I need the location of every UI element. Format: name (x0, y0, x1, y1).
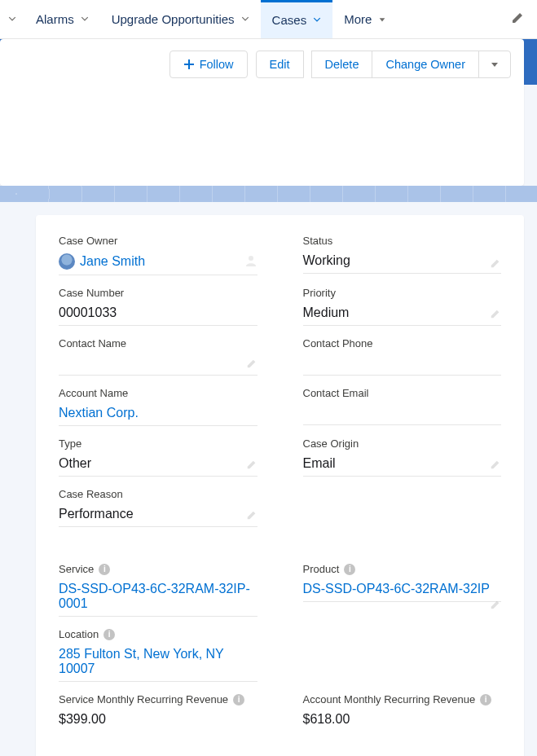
field: Servicei DS-SSD-OP43-6C-32RAM-32IP-0001 (59, 563, 257, 617)
field-value: Nextian Corp. (59, 402, 257, 426)
field-value-text[interactable]: 285 Fulton St, New York, NY 10007 (59, 647, 257, 676)
field: Case Reason Performance (59, 488, 257, 527)
edit-nav-button[interactable] (498, 11, 537, 28)
detail-panel: Case Owner Jane Smith Status Working Cas… (36, 215, 524, 756)
nav-label: Upgrade Opportunities (112, 12, 235, 26)
field-label: Case Origin (303, 437, 502, 450)
info-icon[interactable]: i (344, 564, 355, 575)
nav-tab-alarms[interactable]: Alarms (24, 0, 100, 38)
field: Account Name Nextian Corp. (59, 387, 257, 426)
field-label: Status (303, 235, 502, 247)
chevron-down-icon (81, 15, 89, 24)
field-value: Email (303, 453, 502, 477)
chevron-down-icon (241, 15, 249, 24)
field-value-text[interactable]: DS-SSD-OP43-6C-32RAM-32IP-0001 (59, 582, 257, 611)
chevron-down-icon (8, 15, 16, 24)
button-label: Edit (270, 58, 290, 71)
nav-label: Alarms (36, 12, 74, 26)
field-value (303, 402, 502, 425)
field-label: Account Name (59, 387, 257, 399)
info-icon[interactable]: i (99, 564, 110, 575)
field-value: Performance (59, 503, 257, 527)
field-value: $618.00 (303, 709, 502, 732)
field-value: Other (59, 453, 257, 477)
change-owner-button[interactable]: Change Owner (372, 51, 479, 78)
field-value: Working (303, 250, 502, 274)
field-value: $399.00 (59, 709, 257, 732)
field-label: Type (59, 437, 257, 450)
chevron-down-icon (313, 16, 321, 24)
person-icon (244, 254, 257, 267)
pencil-icon[interactable] (490, 459, 501, 470)
info-icon[interactable]: i (103, 629, 115, 640)
field-value (303, 353, 502, 376)
field-value-text: 00001033 (59, 305, 117, 320)
field-value: DS-SSD-OP43-6C-32RAM-32IP-0001 (59, 578, 257, 617)
pattern-divider (0, 186, 537, 202)
nav-tab-upgrade-opportunities[interactable]: Upgrade Opportunities (100, 0, 261, 38)
field-label: Service Monthly Recurring Revenuei (59, 693, 257, 705)
field: Producti DS-SSD-OP43-6C-32RAM-32IP (303, 563, 502, 617)
pencil-icon[interactable] (246, 509, 257, 521)
button-label: Follow (200, 58, 234, 71)
field-label: Case Reason (59, 488, 257, 500)
nav-tab-more[interactable]: More (332, 0, 398, 38)
caret-down-icon (490, 59, 500, 69)
top-nav: Alarms Upgrade Opportunities Cases More (0, 0, 537, 39)
nav-label: Cases (272, 13, 307, 27)
nav-label: More (344, 12, 372, 26)
edit-button[interactable]: Edit (256, 51, 304, 78)
field: Service Monthly Recurring Revenuei $399.… (59, 693, 257, 732)
field: Account Monthly Recurring Revenuei $618.… (303, 693, 502, 732)
pencil-icon[interactable] (246, 358, 257, 369)
field-value-text[interactable]: Nextian Corp. (59, 406, 139, 420)
nav-tab-cases[interactable]: Cases (261, 0, 333, 38)
field-label: Priority (303, 287, 502, 299)
field-value-text: $618.00 (303, 712, 350, 727)
field: Status Working (303, 235, 502, 275)
info-icon[interactable]: i (233, 694, 244, 705)
field: Contact Name (59, 337, 257, 376)
info-icon[interactable]: i (480, 694, 491, 705)
field-value-text[interactable]: Jane Smith (80, 254, 145, 269)
field-label: Producti (303, 563, 502, 575)
caret-down-icon (378, 15, 386, 24)
svg-point-0 (249, 256, 253, 261)
delete-button[interactable]: Delete (311, 51, 373, 78)
pencil-icon[interactable] (490, 308, 501, 319)
field: Case Origin Email (303, 437, 502, 477)
nav-overflow-left[interactable] (0, 0, 24, 38)
more-actions-button[interactable] (478, 51, 511, 78)
field-label: Account Monthly Recurring Revenuei (303, 693, 502, 705)
field-label: Contact Name (59, 337, 257, 349)
follow-button[interactable]: Follow (169, 51, 248, 78)
field-label: Servicei (59, 563, 257, 575)
pencil-icon[interactable] (246, 459, 257, 470)
field-value-text: Performance (59, 507, 134, 521)
pencil-icon[interactable] (490, 599, 501, 610)
record-actions: Follow Edit Delete Change Owner (13, 51, 511, 78)
field-label: Locationi (59, 628, 257, 640)
field: Contact Phone (303, 337, 502, 376)
field: Type Other (59, 437, 257, 477)
field: Contact Email (303, 387, 502, 426)
field-value-text: Working (303, 253, 350, 268)
field-value-text: Medium (303, 305, 350, 320)
action-button-group: Edit Delete Change Owner (256, 51, 511, 78)
avatar (59, 253, 75, 270)
field-value (59, 353, 257, 376)
field: Case Number 00001033 (59, 287, 257, 326)
field-value: DS-SSD-OP43-6C-32RAM-32IP (303, 578, 502, 602)
button-label: Delete (325, 58, 359, 71)
field-value: Jane Smith (59, 250, 257, 275)
field: Case Owner Jane Smith (59, 235, 257, 275)
field-value-text[interactable]: DS-SSD-OP43-6C-32RAM-32IP (303, 582, 490, 596)
field-value-text: $399.00 (59, 712, 106, 727)
field: Locationi 285 Fulton St, New York, NY 10… (59, 628, 257, 682)
field-value-text: Other (59, 456, 91, 471)
field-value: Medium (303, 302, 502, 326)
field-value: 00001033 (59, 302, 257, 326)
field-label: Case Number (59, 287, 257, 299)
button-label: Change Owner (385, 58, 465, 71)
pencil-icon[interactable] (490, 257, 501, 269)
